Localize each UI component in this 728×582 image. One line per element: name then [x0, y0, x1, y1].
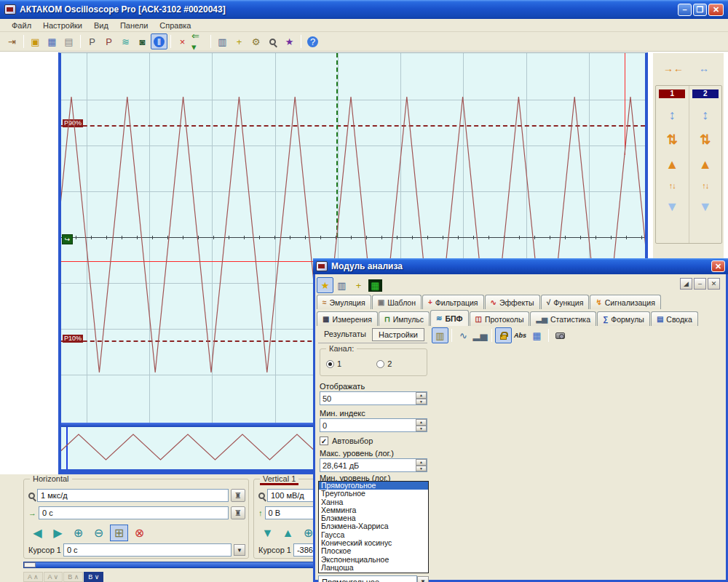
auto-offset-button[interactable]: ♜: [231, 506, 245, 519]
display-count-spinner[interactable]: 50 ▲▼: [320, 391, 427, 405]
tab-protocols[interactable]: ◫Протоколы: [470, 311, 530, 326]
tab-summary[interactable]: ▤Сводка: [651, 311, 698, 326]
waves-icon[interactable]: ≋: [117, 33, 134, 49]
channel-1-radio[interactable]: [326, 360, 334, 368]
shift-down-icon[interactable]: ▼: [665, 194, 678, 219]
view-tab-3[interactable]: B ∨: [84, 572, 103, 582]
clear-icon[interactable]: ×: [174, 33, 191, 49]
tab-filtering[interactable]: +Фильтрация: [422, 295, 484, 309]
print-icon[interactable]: ▤: [60, 33, 77, 49]
expand-horizontal-icon[interactable]: ↔: [692, 59, 716, 78]
tab-pulse[interactable]: ⊓Импульс: [379, 311, 430, 326]
tab-formulas[interactable]: ∑Формулы: [597, 311, 650, 326]
read-params-icon[interactable]: P: [84, 33, 100, 49]
crosshair-tool-icon[interactable]: +: [350, 277, 367, 293]
pan-right-icon[interactable]: ▶: [49, 525, 67, 541]
min-index-arrows[interactable]: ▲▼: [416, 419, 427, 431]
menu-help[interactable]: Справка: [154, 20, 197, 31]
view-tab-1[interactable]: A ∨: [44, 572, 63, 582]
compress-vertical-icon[interactable]: ⇅: [700, 127, 711, 152]
scrollbar-thumb[interactable]: [24, 562, 36, 567]
camera-icon[interactable]: [552, 327, 569, 343]
tab-alarm[interactable]: ↯Сигнализация: [590, 295, 661, 309]
dialog-close-button[interactable]: ✕: [711, 260, 725, 272]
maximize-button[interactable]: ❐: [693, 4, 707, 16]
exit-icon[interactable]: ⇥: [4, 33, 20, 49]
window-list-item[interactable]: Ланцоша: [319, 564, 428, 572]
menu-panels[interactable]: Панели: [114, 20, 154, 31]
favorites-icon[interactable]: ★: [317, 277, 333, 293]
fine-adjust-icon[interactable]: ↑↓: [702, 177, 708, 194]
table-icon[interactable]: ▦: [529, 327, 545, 343]
shift-up-icon[interactable]: ▲: [665, 152, 678, 177]
min-index-spinner[interactable]: 0 ▲▼: [320, 418, 427, 432]
crosshair-tool-icon[interactable]: +: [231, 33, 248, 49]
zoom-out-icon[interactable]: ⊖: [90, 525, 108, 541]
h-cursor-field[interactable]: 0 с: [63, 543, 232, 557]
display-count-arrows[interactable]: ▲▼: [416, 392, 427, 404]
close-button[interactable]: ✕: [708, 4, 724, 16]
help-icon[interactable]: ?: [304, 33, 321, 49]
channel-2-radio[interactable]: [376, 360, 384, 368]
open-folder-icon[interactable]: ▣: [27, 33, 44, 49]
tab-effects[interactable]: ∿Эффекты: [485, 295, 540, 309]
window-function-combo[interactable]: Прямоугольное: [318, 575, 417, 582]
abs-icon[interactable]: Abs: [512, 327, 529, 343]
display-icon[interactable]: ▦: [367, 277, 384, 293]
screen-capture-icon[interactable]: ◙: [134, 33, 151, 49]
subtab-0[interactable]: Результаты: [318, 328, 372, 341]
shift-up-icon[interactable]: ▲: [279, 525, 297, 541]
window-list-item[interactable]: Треугольное: [319, 490, 428, 498]
menu-view[interactable]: Вид: [88, 20, 114, 31]
expand-vertical-icon[interactable]: ↕: [669, 103, 676, 127]
write-params-icon[interactable]: P: [100, 33, 117, 49]
compress-vertical-icon[interactable]: ⇅: [667, 127, 678, 152]
pan-left-icon[interactable]: ◀: [28, 525, 47, 541]
lock-icon[interactable]: [495, 327, 512, 343]
wand-icon[interactable]: ★: [281, 33, 298, 49]
bars-view-icon[interactable]: ▂▅: [472, 327, 488, 343]
view-tab-0[interactable]: A ∧: [23, 572, 43, 582]
auto-timebase-button[interactable]: ♜: [231, 489, 245, 502]
shift-up-icon[interactable]: ▲: [699, 152, 712, 177]
compress-horizontal-icon[interactable]: →←: [661, 59, 686, 78]
min-index-value[interactable]: 0: [320, 421, 416, 430]
menu-file[interactable]: Файл: [6, 20, 37, 31]
max-level-spinner[interactable]: 28,641 дБ ▲▼: [320, 458, 427, 472]
menu-settings[interactable]: Настройки: [37, 20, 88, 31]
display-count-value[interactable]: 50: [320, 394, 416, 403]
pause-icon[interactable]: ‖: [151, 33, 167, 49]
time-offset-field[interactable]: 0 с: [39, 506, 229, 519]
tab-fft[interactable]: ≋БПФ: [430, 310, 468, 326]
fine-adjust-icon[interactable]: ↑↓: [669, 177, 676, 194]
view-tab-2[interactable]: B ∧: [63, 572, 83, 582]
timebase-field[interactable]: 1 мкс/д: [37, 489, 229, 502]
shift-down-icon[interactable]: ▼: [258, 525, 277, 541]
info-panel-icon[interactable]: ▥: [333, 277, 350, 293]
expand-vertical-icon[interactable]: ↕: [702, 103, 708, 127]
tab-measurements[interactable]: ▦Измерения: [317, 311, 378, 326]
save-icon[interactable]: ▦: [44, 33, 60, 49]
tab-function[interactable]: √Функция: [541, 295, 590, 309]
subtab-1[interactable]: Настройки: [372, 328, 424, 341]
tab-emulation[interactable]: ≈Эмуляция: [317, 295, 371, 309]
window-list-item[interactable]: Плоское: [319, 547, 428, 555]
minimize-button[interactable]: –: [678, 4, 692, 16]
max-level-arrows[interactable]: ▲▼: [416, 459, 427, 471]
tab-statistics[interactable]: ▂▅Статистика: [530, 311, 596, 326]
close-panel-button[interactable]: ✕: [708, 278, 720, 290]
histogram-settings-icon[interactable]: ▥: [432, 327, 448, 343]
dock-button[interactable]: ◢: [680, 278, 692, 290]
info-panel-icon[interactable]: ▥: [214, 33, 231, 49]
tab-template[interactable]: ▣Шаблон: [372, 295, 422, 309]
zoom-in-icon[interactable]: ⊕: [69, 525, 87, 541]
minimize-panel-button[interactable]: –: [694, 278, 706, 290]
max-level-value[interactable]: 28,641 дБ: [320, 461, 416, 470]
h-cursor-dropdown[interactable]: ▼: [234, 544, 245, 556]
shift-down-icon[interactable]: ▼: [699, 194, 712, 219]
curve-view-icon[interactable]: ∿: [455, 327, 472, 343]
tools-icon[interactable]: ⚙: [248, 33, 264, 49]
window-function-list[interactable]: ПрямоугольноеТреугольноеХаннаХеммингаБлэ…: [318, 481, 429, 573]
zoom-window-icon[interactable]: ⊞: [110, 525, 128, 541]
window-function-combo-arrow[interactable]: ▼: [417, 576, 429, 582]
